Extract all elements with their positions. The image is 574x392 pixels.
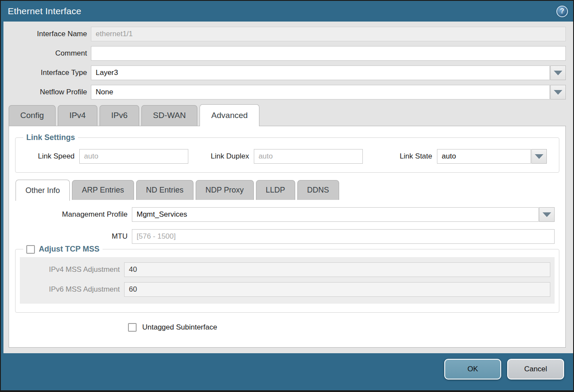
ipv6-mss-field [124,282,550,297]
management-profile-dropdown-button[interactable] [539,207,555,222]
help-icon[interactable]: ? [556,6,568,17]
advanced-tab-panel: Link Settings Link Speed Link Duplex Lin… [9,126,566,348]
interface-name-label: Interface Name [4,30,87,38]
chevron-down-icon [535,154,543,159]
link-duplex-field[interactable] [254,149,363,164]
management-profile-row: Management Profile [15,207,560,222]
interface-general-form: Interface Name Comment Interface Type Ne… [1,22,573,100]
interface-type-dropdown-button[interactable] [550,65,566,80]
comment-label: Comment [4,49,87,58]
interface-type-label: Interface Type [4,68,87,77]
link-state-label: Link State [399,152,432,161]
netflow-profile-row: Netflow Profile [4,85,566,100]
subtab-nd-entries[interactable]: ND Entries [136,180,193,200]
ipv4-mss-field [124,262,550,277]
main-tab-bar: Config IPv4 IPv6 SD-WAN Advanced [9,104,573,126]
tab-sd-wan[interactable]: SD-WAN [141,105,197,126]
tab-config[interactable]: Config [9,105,56,126]
ipv4-mss-label: IPv4 MSS Adjustment [20,265,120,274]
link-state-field[interactable] [437,149,531,164]
subtab-other-info[interactable]: Other Info [16,180,70,201]
adjust-tcp-mss-legend-text: Adjust TCP MSS [39,245,100,254]
link-settings-row: Link Speed Link Duplex Link State [20,149,555,164]
tab-advanced[interactable]: Advanced [200,104,259,126]
netflow-profile-field[interactable] [91,85,550,100]
other-info-tab-bar: Other Info ARP Entries ND Entries NDP Pr… [16,180,560,200]
subtab-ddns[interactable]: DDNS [297,180,339,200]
dialog-footer: OK Cancel [1,353,573,390]
interface-name-row: Interface Name [4,27,566,41]
mtu-field[interactable] [132,229,555,244]
adjust-tcp-mss-legend: Adjust TCP MSS [23,245,103,254]
ethernet-interface-dialog: Ethernet Interface ? Interface Name Comm… [0,0,574,392]
netflow-profile-dropdown-button[interactable] [550,85,566,100]
untagged-subinterface-row: Untagged Subinterface [128,323,560,332]
link-settings-legend: Link Settings [23,133,78,142]
window-left-accent [1,1,3,390]
tab-ipv4[interactable]: IPv4 [58,105,97,126]
comment-field[interactable] [91,46,566,61]
interface-type-row: Interface Type [4,65,566,80]
adjust-tcp-mss-checkbox[interactable] [26,245,35,254]
subtab-lldp[interactable]: LLDP [256,180,295,200]
link-duplex-label: Link Duplex [211,152,249,161]
interface-name-field [91,27,566,41]
interface-type-field[interactable] [91,65,550,80]
dialog-titlebar: Ethernet Interface ? [1,1,573,22]
mtu-row: MTU [15,229,560,244]
link-speed-label: Link Speed [38,152,75,161]
link-speed-group: Link Speed [38,149,188,164]
link-state-dropdown-button[interactable] [531,149,547,164]
subtab-ndp-proxy[interactable]: NDP Proxy [196,180,254,200]
management-profile-field[interactable] [132,207,539,222]
tab-ipv6[interactable]: IPv6 [100,105,139,126]
comment-row: Comment [4,46,566,61]
untagged-subinterface-checkbox[interactable] [128,323,137,332]
link-duplex-group: Link Duplex [211,149,363,164]
ok-button[interactable]: OK [444,359,501,380]
dialog-title: Ethernet Interface [8,6,81,16]
link-settings-group: Link Settings Link Speed Link Duplex Lin… [15,133,559,173]
ipv6-mss-label: IPv6 MSS Adjustment [20,285,120,294]
link-state-group: Link State [399,149,547,164]
ipv6-mss-row: IPv6 MSS Adjustment [20,282,550,297]
mtu-label: MTU [15,232,128,241]
management-profile-label: Management Profile [15,210,128,219]
link-speed-field[interactable] [79,149,188,164]
chevron-down-icon [554,90,562,95]
untagged-subinterface-label: Untagged Subinterface [142,323,217,332]
chevron-down-icon [543,212,551,217]
cancel-button[interactable]: Cancel [507,359,564,380]
subtab-arp-entries[interactable]: ARP Entries [72,180,134,200]
adjust-tcp-mss-body: IPv4 MSS Adjustment IPv6 MSS Adjustment [20,257,555,304]
chevron-down-icon [554,71,562,75]
ipv4-mss-row: IPv4 MSS Adjustment [20,262,550,277]
netflow-profile-label: Netflow Profile [4,88,87,96]
adjust-tcp-mss-group: Adjust TCP MSS IPv4 MSS Adjustment IPv6 … [15,245,559,313]
